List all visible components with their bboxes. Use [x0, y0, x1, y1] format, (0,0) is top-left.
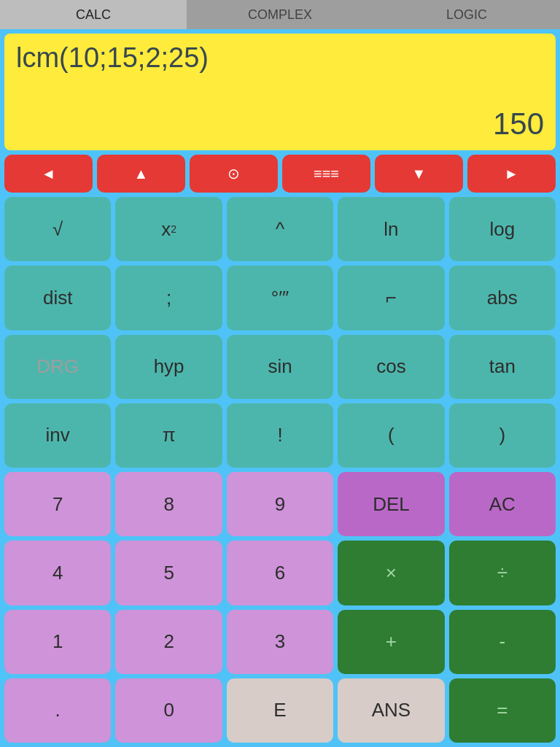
button-grid: √x2^lnlogdist;°′″⌐absDRGhypsincostaninvπ… — [4, 197, 556, 743]
inv-button[interactable]: inv — [4, 403, 111, 468]
drg-button[interactable]: DRG — [4, 335, 111, 399]
tab-complex[interactable]: COMPLEX — [187, 0, 373, 29]
arrow-down-button[interactable]: ▼ — [375, 155, 463, 193]
arrow-up-button[interactable]: ▲ — [97, 155, 185, 193]
six-button[interactable]: 6 — [227, 541, 333, 605]
ln-button[interactable]: ln — [338, 197, 444, 261]
button-row-4: 789DELAC — [4, 472, 556, 536]
x-squared-button[interactable]: x2 — [115, 197, 222, 261]
floor-button[interactable]: ⌐ — [338, 266, 444, 330]
button-row-6: 123+- — [4, 610, 556, 674]
pi-button[interactable]: π — [115, 403, 222, 468]
button-row-7: .0EANS= — [4, 678, 556, 743]
button-row-5: 456×÷ — [4, 541, 556, 605]
display-result: 150 — [16, 107, 544, 142]
open-paren-button[interactable]: ( — [338, 403, 444, 468]
minus-button[interactable]: - — [449, 610, 556, 674]
cos-button[interactable]: cos — [338, 335, 444, 399]
arrow-left-button[interactable]: ◄ — [4, 155, 93, 193]
eight-button[interactable]: 8 — [115, 472, 222, 536]
tab-logic[interactable]: LOGIC — [373, 0, 560, 29]
display: lcm(10;15;2;25) 150 — [4, 34, 556, 150]
five-button[interactable]: 5 — [115, 541, 222, 605]
zero-button[interactable]: 0 — [115, 678, 222, 743]
button-row-3: invπ!() — [4, 403, 556, 468]
del-button[interactable]: DEL — [338, 472, 444, 536]
four-button[interactable]: 4 — [4, 541, 111, 605]
ans-button[interactable]: ANS — [338, 678, 444, 743]
sin-button[interactable]: sin — [227, 335, 333, 399]
nine-button[interactable]: 9 — [227, 472, 333, 536]
log-button[interactable]: log — [449, 197, 556, 261]
hyp-button[interactable]: hyp — [115, 335, 222, 399]
display-input: lcm(10;15;2;25) — [16, 42, 544, 74]
menu-button[interactable]: ≡≡≡ — [282, 155, 370, 193]
sqrt-button[interactable]: √ — [4, 197, 111, 261]
tab-calc[interactable]: CALC — [0, 0, 187, 29]
divide-button[interactable]: ÷ — [449, 541, 556, 605]
arrow-row: ◄▲⊙≡≡≡▼► — [4, 155, 556, 193]
close-paren-button[interactable]: ) — [449, 403, 556, 468]
button-row-1: dist;°′″⌐abs — [4, 266, 556, 330]
seven-button[interactable]: 7 — [4, 472, 111, 536]
one-button[interactable]: 1 — [4, 610, 111, 674]
power-button[interactable]: ^ — [227, 197, 333, 261]
dist-button[interactable]: dist — [4, 266, 111, 330]
two-button[interactable]: 2 — [115, 610, 222, 674]
three-button[interactable]: 3 — [227, 610, 333, 674]
settings-button[interactable]: ⊙ — [190, 155, 278, 193]
plus-button[interactable]: + — [338, 610, 444, 674]
abs-button[interactable]: abs — [449, 266, 556, 330]
factorial-button[interactable]: ! — [227, 403, 333, 468]
degree-button[interactable]: °′″ — [227, 266, 333, 330]
button-row-0: √x2^lnlog — [4, 197, 556, 261]
multiply-button[interactable]: × — [338, 541, 444, 605]
tab-bar: CALC COMPLEX LOGIC — [0, 0, 560, 29]
ac-button[interactable]: AC — [449, 472, 556, 536]
e-button[interactable]: E — [227, 678, 333, 743]
equals-button[interactable]: = — [449, 678, 556, 743]
arrow-right-button[interactable]: ► — [467, 155, 556, 193]
tan-button[interactable]: tan — [449, 335, 556, 399]
dot-button[interactable]: . — [4, 678, 111, 743]
button-row-2: DRGhypsincostan — [4, 335, 556, 399]
semicolon-button[interactable]: ; — [115, 266, 222, 330]
